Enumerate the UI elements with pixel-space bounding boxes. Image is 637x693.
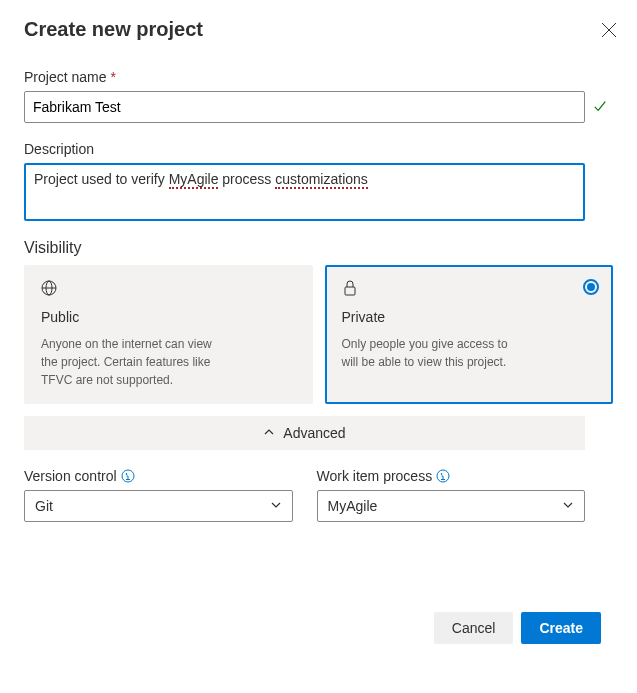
cancel-button[interactable]: Cancel	[434, 612, 514, 644]
project-name-input[interactable]	[24, 91, 585, 123]
description-label: Description	[24, 141, 94, 157]
visibility-public-title: Public	[41, 309, 296, 325]
chevron-down-icon	[270, 498, 282, 514]
work-item-process-select[interactable]: MyAgile	[317, 490, 586, 522]
svg-point-7	[126, 474, 127, 475]
svg-point-9	[441, 474, 442, 475]
visibility-option-public[interactable]: Public Anyone on the internet can view t…	[24, 265, 313, 404]
lock-icon	[342, 280, 597, 299]
version-control-select[interactable]: Git	[24, 490, 293, 522]
project-name-label: Project name	[24, 69, 106, 85]
version-control-value: Git	[35, 498, 53, 514]
visibility-private-title: Private	[342, 309, 597, 325]
visibility-private-desc: Only people you give access to will be a…	[342, 335, 522, 371]
required-asterisk: *	[110, 69, 115, 85]
svg-rect-5	[345, 287, 355, 295]
description-text: Project used to verify MyAgile process c…	[34, 171, 368, 189]
visibility-public-desc: Anyone on the internet can view the proj…	[41, 335, 221, 389]
info-icon[interactable]	[121, 469, 135, 483]
visibility-label: Visibility	[24, 239, 613, 257]
work-item-process-label: Work item process	[317, 468, 433, 484]
chevron-down-icon	[562, 498, 574, 514]
create-button[interactable]: Create	[521, 612, 601, 644]
visibility-option-private[interactable]: Private Only people you give access to w…	[325, 265, 614, 404]
globe-icon	[41, 280, 296, 299]
version-control-label: Version control	[24, 468, 117, 484]
work-item-process-value: MyAgile	[328, 498, 378, 514]
advanced-label: Advanced	[283, 425, 345, 441]
info-icon[interactable]	[436, 469, 450, 483]
close-icon[interactable]	[597, 18, 613, 34]
radio-selected-icon	[583, 279, 599, 295]
advanced-toggle[interactable]: Advanced	[24, 416, 585, 450]
chevron-up-icon	[263, 425, 275, 441]
description-input[interactable]: Project used to verify MyAgile process c…	[24, 163, 585, 221]
dialog-title: Create new project	[24, 18, 203, 41]
valid-check-icon	[593, 99, 607, 116]
